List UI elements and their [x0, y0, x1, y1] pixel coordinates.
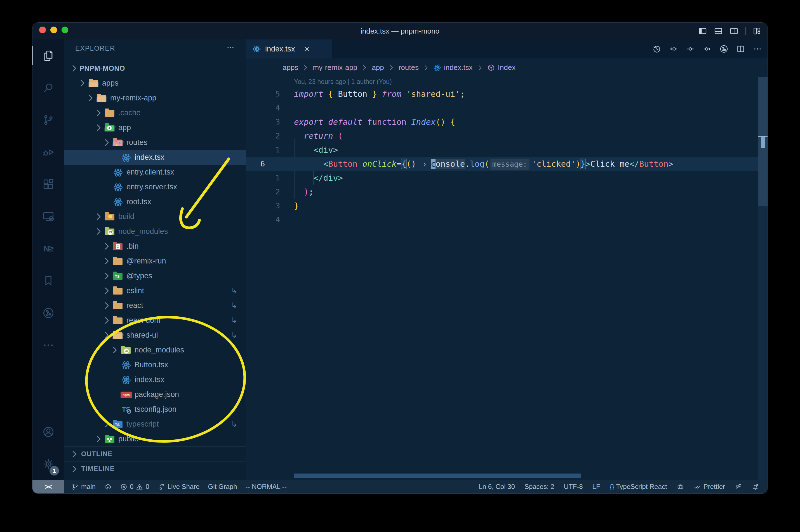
status-indentation[interactable]: Spaces: 2: [525, 483, 554, 491]
tree-item-react[interactable]: react↳: [64, 298, 246, 313]
status-prettier[interactable]: Prettier: [694, 483, 725, 491]
tree-item-node-modules[interactable]: JSnode_modules: [64, 224, 246, 239]
status-problems[interactable]: 00: [120, 483, 149, 491]
breadcrumb-item-routes[interactable]: routes: [399, 63, 419, 72]
tree-item-shared-ui[interactable]: shared-ui↳: [64, 328, 246, 343]
activitybar-remote-explorer[interactable]: [33, 200, 64, 232]
tree-item-entry-server-tsx[interactable]: entry.server.tsx: [64, 179, 246, 194]
code-editor[interactable]: You, 23 hours ago | 1 author (You) 5impo…: [246, 77, 767, 480]
vertical-scrollbar[interactable]: [758, 77, 767, 480]
previous-change-icon[interactable]: [669, 44, 678, 53]
activitybar-bookmarks[interactable]: [33, 265, 64, 297]
breadcrumb-item-index[interactable]: Index: [487, 63, 516, 72]
activitybar-search[interactable]: [33, 72, 64, 104]
tree-item-react-dom[interactable]: react-dom↳: [64, 313, 246, 328]
status-git-graph[interactable]: Git Graph: [208, 483, 237, 491]
tree-item-app[interactable]: app: [64, 120, 246, 135]
tab-index-tsx[interactable]: index.tsx ×: [246, 39, 332, 58]
tree-chevron-icon[interactable]: [77, 76, 88, 91]
status-live-share[interactable]: Live Share: [158, 483, 200, 491]
code-line-current[interactable]: 6 <Button onClick={() ⇒ console.log(mess…: [246, 157, 758, 171]
tree-chevron-icon[interactable]: [101, 254, 112, 268]
tree-item-node-modules[interactable]: JSnode_modules: [64, 343, 246, 358]
timeline-back-icon[interactable]: [652, 44, 661, 53]
tree-root-pnpm-mono[interactable]: PNPM-MONO: [64, 61, 246, 76]
status-git-branch[interactable]: main: [71, 483, 96, 491]
breadcrumb-item-my-remix-app[interactable]: my-remix-app: [313, 63, 357, 72]
activitybar-run-debug[interactable]: [33, 136, 64, 168]
status-notifications[interactable]: [751, 483, 759, 491]
change-icon[interactable]: [686, 44, 695, 53]
tree-chevron-icon[interactable]: [101, 283, 112, 298]
activitybar-source-control[interactable]: [33, 104, 64, 136]
activitybar-explorer[interactable]: [33, 39, 64, 72]
tree-chevron-icon[interactable]: [93, 106, 104, 120]
tree-chevron-icon[interactable]: [93, 224, 104, 239]
tree-item-eslint[interactable]: eslint↳: [64, 283, 246, 298]
status-eol[interactable]: LF: [592, 483, 600, 491]
tree-item-index-tsx[interactable]: index.tsx: [64, 372, 246, 387]
activitybar-accounts[interactable]: [33, 416, 64, 448]
code-line[interactable]: 1 <div>: [246, 143, 758, 157]
breadcrumb-item-app[interactable]: app: [372, 63, 384, 72]
toggle-panel-icon[interactable]: [714, 26, 723, 36]
tree-chevron-icon[interactable]: [101, 298, 112, 313]
tab-close-icon[interactable]: ×: [305, 44, 310, 54]
tree-chevron-icon[interactable]: [93, 120, 104, 135]
section-timeline[interactable]: TIMELINE: [64, 461, 246, 476]
next-change-icon[interactable]: [703, 44, 711, 53]
tree-item-index-tsx[interactable]: index.tsx: [64, 150, 246, 165]
tree-chevron-icon[interactable]: [101, 328, 112, 343]
tree-chevron-icon[interactable]: [101, 417, 112, 432]
code-line[interactable]: 2 return (: [246, 129, 758, 143]
status-language-mode[interactable]: {} TypeScript React: [610, 483, 667, 491]
tree-chevron-icon[interactable]: [101, 135, 112, 150]
activitybar-gitlens[interactable]: [33, 297, 64, 329]
section-outline[interactable]: OUTLINE: [64, 446, 246, 461]
code-line[interactable]: 5import { Button } from 'shared-ui';: [246, 87, 758, 101]
tree-chevron-icon[interactable]: [93, 432, 104, 446]
tree-chevron-icon[interactable]: [101, 268, 112, 283]
split-editor-icon[interactable]: [736, 44, 745, 53]
gitlens-graph-icon[interactable]: [720, 44, 728, 53]
tree-item-typescript[interactable]: TStypescript↳: [64, 417, 246, 432]
code-line[interactable]: 3}: [246, 199, 758, 213]
horizontal-scrollbar[interactable]: [294, 474, 581, 478]
breadcrumb-item-apps[interactable]: apps: [283, 63, 298, 72]
tree-chevron-icon[interactable]: [110, 343, 120, 358]
tree-item-build[interactable]: build: [64, 209, 246, 224]
close-button[interactable]: [39, 26, 46, 33]
toggle-primary-sidebar-icon[interactable]: [698, 26, 707, 36]
tree-item-entry-client-tsx[interactable]: entry.client.tsx: [64, 165, 246, 179]
zoom-button[interactable]: [61, 26, 68, 33]
tree-item-tsconfig-json[interactable]: TStsconfig.json: [64, 402, 246, 417]
tree-item-routes[interactable]: routes: [64, 135, 246, 150]
toggle-secondary-sidebar-icon[interactable]: [729, 26, 739, 36]
tree-item-button-tsx[interactable]: Button.tsx: [64, 358, 246, 372]
tree-chevron-icon[interactable]: [85, 91, 96, 106]
status-sync-changes[interactable]: [104, 483, 112, 491]
status-cursor-position[interactable]: Ln 6, Col 30: [479, 483, 515, 491]
code-line[interactable]: 2 );: [246, 185, 758, 199]
status-copilot[interactable]: [677, 483, 684, 491]
code-line[interactable]: 4: [246, 213, 758, 227]
code-line[interactable]: 4: [246, 101, 758, 115]
status-vim-mode[interactable]: -- NORMAL --: [246, 483, 287, 491]
customize-layout-icon[interactable]: [753, 26, 761, 36]
status-encoding[interactable]: UTF-8: [564, 483, 583, 491]
tree-item--types[interactable]: TS@types: [64, 268, 246, 283]
breadcrumb-item-index-tsx[interactable]: index.tsx: [433, 63, 473, 72]
tree-item-public[interactable]: public: [64, 432, 246, 446]
activitybar-settings[interactable]: 1: [33, 448, 64, 480]
tree-item--remix-run[interactable]: @remix-run: [64, 254, 246, 268]
activitybar-more-views[interactable]: [33, 329, 64, 361]
activitybar-extensions[interactable]: [33, 168, 64, 200]
status-feedback[interactable]: [735, 483, 742, 491]
remote-indicator[interactable]: ><: [33, 480, 64, 493]
tree-item-root-tsx[interactable]: root.tsx: [64, 194, 246, 209]
explorer-more-actions-icon[interactable]: [226, 43, 235, 52]
tree-item--bin[interactable]: 0110.bin: [64, 239, 246, 254]
more-actions-icon[interactable]: [753, 44, 762, 53]
code-line[interactable]: 1 </div>: [246, 171, 758, 185]
tree-item-my-remix-app[interactable]: my-remix-app: [64, 91, 246, 106]
